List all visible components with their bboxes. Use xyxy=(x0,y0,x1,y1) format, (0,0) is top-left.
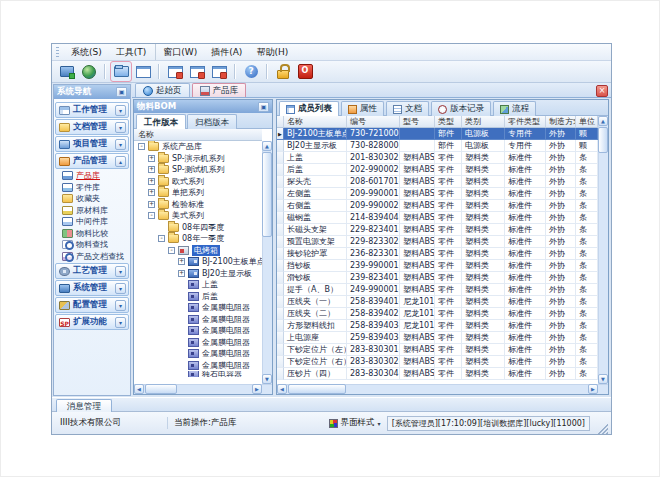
table-horizontal-scrollbar[interactable]: ◀ ▶ xyxy=(277,384,608,394)
section-chevron-button[interactable]: ▾ xyxy=(115,139,126,150)
sidebar-entry[interactable]: 物料查找 xyxy=(55,239,129,251)
tree-vertical-scrollbar[interactable]: ▲ ▼ xyxy=(262,141,272,384)
sidebar-entry[interactable]: 产品库 xyxy=(55,170,129,182)
scroll-down-icon[interactable]: ▼ xyxy=(598,374,608,384)
section-chevron-button[interactable]: ▾ xyxy=(115,317,126,328)
globe-icon[interactable] xyxy=(79,62,99,81)
tree-item[interactable]: 金属膜电阻器 xyxy=(134,348,262,360)
tree-expander[interactable]: + xyxy=(178,270,185,277)
tree-expander[interactable]: + xyxy=(148,166,155,173)
tree-item[interactable]: + 检验标准 xyxy=(134,199,262,211)
detail-tab[interactable]: 版本记录 xyxy=(431,101,491,116)
tree-item[interactable]: - 08年一季度 xyxy=(134,233,262,245)
section-chevron-button[interactable]: ▾ xyxy=(115,300,126,311)
table-vertical-scrollbar[interactable]: ▲ ▼ xyxy=(598,116,608,384)
table-row[interactable]: 压线夹（一） 258-839401-00X 尼龙1010 零件 塑料类 标准件 … xyxy=(277,296,598,308)
table-row[interactable]: 探头壳 208-601701-01X 塑料ABS 零件 塑料类 标准件 外协 条 xyxy=(277,176,598,188)
document-tab[interactable]: 起始页 xyxy=(135,83,190,97)
detail-tab[interactable]: 属性 xyxy=(341,101,384,116)
tree-item[interactable]: 上盖 xyxy=(134,279,262,291)
table-row[interactable]: 上电源座 259-839403-00X 塑料ABS 零件 塑料类 标准件 外协 … xyxy=(277,332,598,344)
section-chevron-button[interactable]: ▾ xyxy=(115,283,126,294)
sidebar-entry[interactable]: 中间件库 xyxy=(55,216,129,228)
tree-expander[interactable]: + xyxy=(148,178,155,185)
tree-item[interactable]: - 美式系列 xyxy=(134,210,262,222)
tree-item[interactable]: + BJ-2100主板单点 xyxy=(134,256,262,268)
sidebar-entry[interactable]: 系统管理 ▾ xyxy=(55,280,129,296)
pin-icon[interactable]: ▣ xyxy=(258,102,269,112)
menu-item[interactable]: 窗口(W) xyxy=(155,44,204,60)
window-cascade-icon[interactable] xyxy=(187,62,207,81)
scrollbar-thumb[interactable] xyxy=(288,384,346,394)
sidebar-entry[interactable]: 产品管理 ▴ xyxy=(55,153,129,169)
column-header[interactable]: 编号 xyxy=(347,116,400,128)
sidebar-entry[interactable]: 物料比较 xyxy=(55,228,129,240)
scrollbar-thumb[interactable] xyxy=(598,127,608,153)
tree-item[interactable]: + SP-演示机系列 xyxy=(134,153,262,165)
table-row[interactable]: 预置电源支架 229-823302-00X 塑料ABS 零件 塑料类 标准件 外… xyxy=(277,236,598,248)
tree-item[interactable]: 金属膜电阻器 xyxy=(134,314,262,326)
tree-item[interactable]: + BJ20主显示板 xyxy=(134,268,262,280)
version-tab[interactable]: 工作版本 xyxy=(136,114,186,129)
tree-item[interactable]: 金属膜电阻器 xyxy=(134,360,262,372)
scrollbar-thumb[interactable] xyxy=(262,152,272,237)
sidebar-entry[interactable]: 工艺管理 ▾ xyxy=(55,263,129,279)
open-folder-icon[interactable] xyxy=(111,62,131,81)
table-row[interactable]: 下钞定位片（右） 283-830302-00X 塑料ABS 零件 塑料类 标准件… xyxy=(277,356,598,368)
table-row[interactable]: 压线夹（二） 258-839402-00X 尼龙1010 零件 塑料类 标准件 … xyxy=(277,308,598,320)
tree-item[interactable]: 金属膜电阻器 xyxy=(134,302,262,314)
exit-icon[interactable] xyxy=(295,62,315,81)
sidebar-entry[interactable]: 工作管理 ▾ xyxy=(55,102,129,118)
table-row[interactable]: 上盖 201-830302-00X 塑料ABS 零件 塑料类 标准件 外协 条 xyxy=(277,152,598,164)
table-row[interactable]: 压钞片（四） 283-830304-00X 塑料ABS 零件 塑料类 标准件 外… xyxy=(277,368,598,380)
column-header[interactable]: 类别 xyxy=(462,116,505,128)
section-chevron-button[interactable]: ▾ xyxy=(115,266,126,277)
document-tab[interactable]: 产品库 xyxy=(192,83,247,97)
table-row[interactable]: 滑钞板 239-823401-00X 塑料ABS 零件 塑料类 标准件 外协 条 xyxy=(277,272,598,284)
column-header[interactable]: 类型 xyxy=(435,116,462,128)
detail-tab[interactable]: 成员列表 xyxy=(279,101,339,116)
window-switch-icon[interactable] xyxy=(209,62,229,81)
column-header[interactable]: 名称 xyxy=(284,116,347,128)
sidebar-entry[interactable]: 配置管理 ▾ xyxy=(55,297,129,313)
close-tab-icon[interactable]: × xyxy=(596,85,608,97)
desktop-icon[interactable] xyxy=(57,62,77,81)
table-row[interactable]: 接钞轮护罩 236-823301-00X 塑料ABS 零件 塑料类 标准件 外协… xyxy=(277,248,598,260)
scroll-right-icon[interactable]: ▶ xyxy=(252,384,262,394)
column-header[interactable]: 型号 xyxy=(400,116,435,128)
column-header[interactable]: 零件类型 xyxy=(505,116,546,128)
menu-item[interactable]: 工具(T) xyxy=(109,44,154,60)
menu-item[interactable]: 插件(A) xyxy=(204,44,249,60)
sidebar-entry[interactable]: 产品文档查找 xyxy=(55,251,129,263)
tree-item[interactable]: + SP-测试机系列 xyxy=(134,164,262,176)
table-row[interactable]: 挡钞板 239-990001-01X 塑料ABS 零件 塑料类 标准件 外协 条 xyxy=(277,260,598,272)
column-header[interactable]: 制造方式 xyxy=(546,116,576,128)
tree-item[interactable]: 独石电容器 xyxy=(134,371,262,377)
section-chevron-button[interactable]: ▾ xyxy=(115,122,126,133)
message-tab[interactable]: 消息管理 xyxy=(56,399,112,412)
scroll-up-icon[interactable]: ▲ xyxy=(262,141,272,151)
tree-expander[interactable]: + xyxy=(148,155,155,162)
tree-item[interactable]: + 欧式系列 xyxy=(134,176,262,188)
tree-expander[interactable]: - xyxy=(148,212,155,219)
sidebar-entry[interactable]: 收藏夹 xyxy=(55,193,129,205)
tree-item[interactable]: 金属膜电阻器 xyxy=(134,337,262,349)
section-chevron-button[interactable]: ▴ xyxy=(115,156,126,167)
scroll-left-icon[interactable]: ◀ xyxy=(134,384,144,394)
version-tab[interactable]: 归档版本 xyxy=(187,114,237,129)
table-row[interactable]: 后盖 202-990002-01X 塑料ABS 零件 塑料类 标准件 外协 条 xyxy=(277,164,598,176)
scroll-right-icon[interactable]: ▶ xyxy=(588,384,598,394)
menu-item[interactable]: 系统(S) xyxy=(64,44,109,60)
tree-expander[interactable]: - xyxy=(168,247,175,254)
table-row[interactable]: ▶ BJ-2100主板单点 730-721000-12X 部件 电源板 专用件 … xyxy=(277,128,598,140)
tree-item[interactable]: 08年四季度 xyxy=(134,222,262,234)
tree-expander[interactable]: - xyxy=(138,143,145,150)
tree-item[interactable]: - 电烤箱 xyxy=(134,245,262,257)
tree-item[interactable]: 金属膜电阻器 xyxy=(134,325,262,337)
table-row[interactable]: 长磁头支架 229-823401-00X 塑料ABS 零件 塑料类 标准件 外协… xyxy=(277,224,598,236)
sidebar-entry[interactable]: 原材料库 xyxy=(55,205,129,217)
tree-expander[interactable]: + xyxy=(148,189,155,196)
table-row[interactable]: 右侧盖 209-990002-01X 塑料ABS 零件 塑料类 标准件 外协 条 xyxy=(277,200,598,212)
resize-grip[interactable] xyxy=(598,424,608,434)
pin-icon[interactable]: ▣ xyxy=(116,87,127,97)
